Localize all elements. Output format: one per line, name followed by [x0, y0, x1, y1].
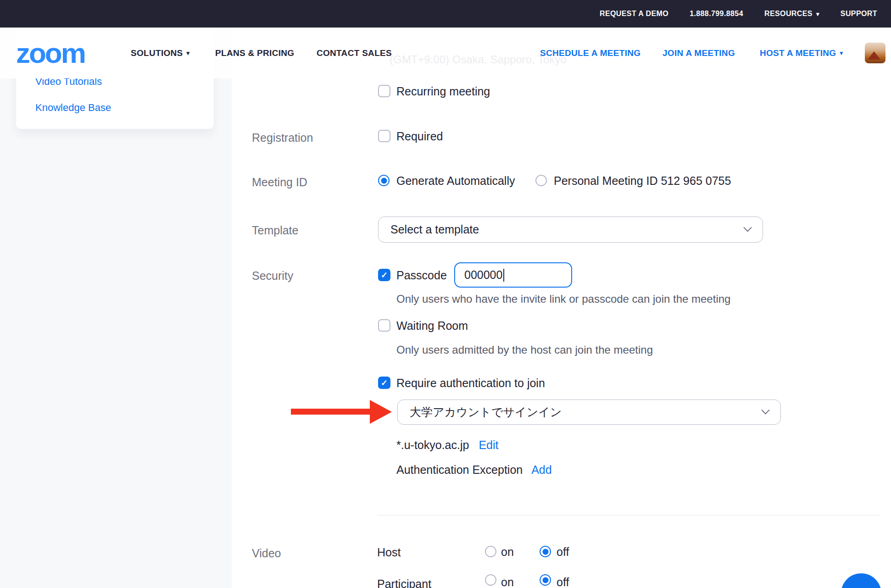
meeting-id-label: Meeting ID	[252, 175, 307, 189]
auth-domain-row: *.u-tokyo.ac.jp Edit	[396, 438, 498, 452]
auth-method-select[interactable]: 大学アカウントでサインイン	[397, 399, 781, 425]
request-demo-link[interactable]: REQUEST A DEMO	[600, 10, 668, 18]
support-link[interactable]: SUPPORT	[841, 10, 877, 18]
host-meeting-label: HOST A MEETING	[760, 48, 836, 58]
participant-video-on-radio[interactable]	[485, 574, 496, 586]
participant-video-off-label: off	[557, 575, 569, 588]
avatar-image	[868, 51, 880, 60]
annotation-arrow-icon	[291, 409, 370, 415]
resources-menu[interactable]: RESOURCES ▾	[764, 10, 819, 18]
nav-plans-pricing[interactable]: PLANS & PRICING	[215, 48, 294, 58]
zoom-logo[interactable]: zoom	[16, 39, 85, 67]
edit-link[interactable]: Edit	[479, 438, 498, 451]
auth-exception-row: Authentication Exception Add	[396, 463, 552, 477]
text-cursor	[503, 269, 504, 282]
generate-automatically-label: Generate Automatically	[396, 174, 515, 188]
add-link[interactable]: Add	[531, 463, 551, 476]
registration-required-checkbox[interactable]	[378, 130, 390, 142]
auth-exception-label: Authentication Exception	[396, 463, 523, 476]
template-label: Template	[252, 223, 298, 237]
generate-automatically-radio[interactable]	[378, 175, 390, 186]
passcode-checkbox[interactable]: ✓	[378, 269, 390, 281]
personal-meeting-id-radio[interactable]	[535, 175, 547, 186]
passcode-input[interactable]: 000000	[454, 262, 572, 288]
auth-method-value: 大学アカウントでサインイン	[410, 405, 562, 420]
participant-label: Participant	[377, 577, 431, 588]
chevron-down-icon	[761, 406, 769, 414]
nav-schedule-meeting[interactable]: SCHEDULE A MEETING	[540, 48, 640, 58]
solutions-label: SOLUTIONS	[131, 48, 183, 58]
nav-contact-sales[interactable]: CONTACT SALES	[317, 48, 392, 58]
sidebar-item-knowledge-base[interactable]: Knowledge Base	[35, 102, 111, 114]
participant-video-on-label: on	[501, 575, 514, 588]
waiting-room-help-text: Only users admitted by the host can join…	[396, 343, 653, 356]
host-video-on-radio[interactable]	[485, 546, 496, 557]
nav-solutions-menu[interactable]: SOLUTIONS ▾	[131, 48, 189, 58]
passcode-label: Passcode	[396, 268, 447, 282]
registration-required-label: Required	[396, 129, 443, 143]
check-icon: ✓	[381, 270, 388, 280]
host-label: Host	[377, 545, 401, 559]
passcode-help-text: Only users who have the invite link or p…	[396, 292, 730, 305]
recurring-meeting-checkbox[interactable]	[378, 85, 390, 97]
participant-video-off-radio[interactable]	[540, 574, 551, 586]
auth-domain-text: *.u-tokyo.ac.jp	[396, 438, 469, 451]
require-auth-checkbox[interactable]: ✓	[378, 377, 390, 389]
zoom-schedule-meeting-page: (GMT+9:00) Osaka, Sapporo, Tokyo Video T…	[0, 0, 891, 588]
user-avatar[interactable]	[865, 43, 885, 63]
main-navigation-bar: zoom SOLUTIONS ▾ PLANS & PRICING CONTACT…	[0, 28, 891, 78]
phone-number[interactable]: 1.888.799.8854	[690, 10, 743, 18]
check-icon: ✓	[381, 378, 388, 388]
section-divider	[377, 515, 880, 516]
waiting-room-label: Waiting Room	[396, 319, 468, 333]
passcode-value: 000000	[464, 268, 502, 282]
recurring-meeting-label: Recurring meeting	[396, 84, 490, 98]
chevron-down-icon: ▾	[816, 11, 819, 17]
host-video-off-radio[interactable]	[540, 546, 551, 557]
video-label: Video	[252, 546, 281, 560]
help-button[interactable]	[841, 573, 881, 588]
template-select[interactable]: Select a template	[378, 216, 763, 243]
require-auth-label: Require authentication to join	[396, 376, 545, 390]
chevron-down-icon	[743, 223, 752, 232]
nav-join-meeting[interactable]: JOIN A MEETING	[663, 48, 735, 58]
registration-label: Registration	[252, 131, 313, 144]
annotation-arrow-head-icon	[370, 400, 392, 424]
security-label: Security	[252, 269, 293, 283]
waiting-room-checkbox[interactable]	[378, 319, 390, 332]
resources-label: RESOURCES	[764, 10, 813, 18]
template-select-value: Select a template	[390, 223, 479, 236]
host-video-on-label: on	[501, 545, 514, 559]
personal-meeting-id-label: Personal Meeting ID 512 965 0755	[554, 174, 731, 188]
nav-host-meeting-menu[interactable]: HOST A MEETING ▾	[760, 48, 843, 58]
chevron-down-icon: ▾	[187, 50, 190, 56]
chevron-down-icon: ▾	[840, 50, 843, 56]
top-utility-bar: REQUEST A DEMO 1.888.799.8854 RESOURCES …	[0, 0, 891, 28]
host-video-off-label: off	[557, 545, 569, 559]
